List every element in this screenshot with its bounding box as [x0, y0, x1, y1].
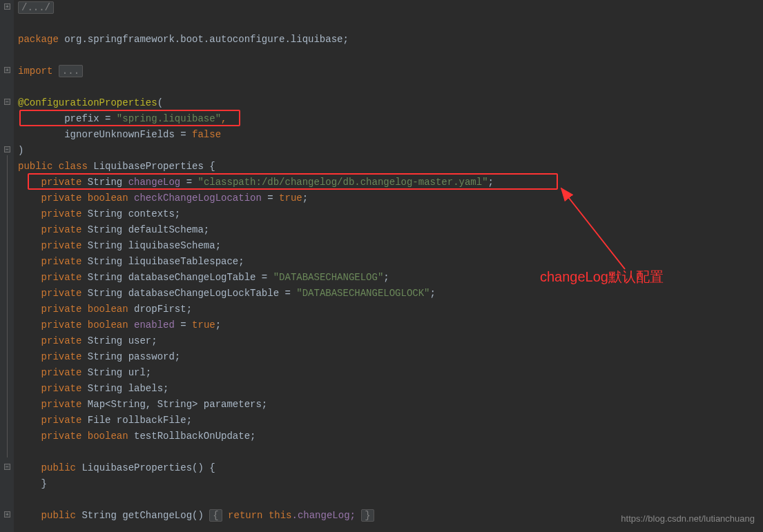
code-line: private String user;	[18, 333, 763, 349]
code-area[interactable]: /.../ package org.springframework.boot.a…	[14, 0, 763, 532]
code-line: private String liquibaseSchema;	[18, 238, 763, 254]
fold-icon[interactable]: −	[4, 464, 10, 470]
annotation-label: changeLog默认配置	[540, 269, 664, 285]
code-line: }	[18, 476, 763, 492]
code-line: private File rollbackFile;	[18, 413, 763, 428]
code-line: private boolean enabled = true;	[18, 317, 763, 333]
code-line: ignoreUnknownFields = false	[18, 127, 763, 143]
code-line: private boolean dropFirst;	[18, 302, 763, 317]
code-line: /.../	[18, 0, 763, 16]
fold-icon[interactable]: +	[4, 3, 10, 10]
fold-line	[7, 155, 8, 457]
code-line: private boolean checkChangeLogLocation =…	[18, 190, 763, 206]
code-line: private String databaseChangeLogLockTabl…	[18, 286, 763, 302]
code-line: private String labels;	[18, 381, 763, 397]
code-line: import ...	[18, 63, 763, 79]
code-line: private String changeLog = "classpath:/d…	[18, 175, 763, 190]
code-line: private boolean testRollbackOnUpdate;	[18, 428, 763, 444]
code-line: )	[18, 143, 763, 159]
code-line: public class LiquibaseProperties {	[18, 159, 763, 175]
fold-icon[interactable]: −	[4, 99, 10, 105]
code-line: private String url;	[18, 365, 763, 381]
fold-icon[interactable]: +	[4, 511, 10, 518]
code-line: package org.springframework.boot.autocon…	[18, 32, 763, 48]
code-line: @ConfigurationProperties(	[18, 95, 763, 111]
fold-icon[interactable]: +	[4, 67, 10, 73]
fold-icon[interactable]: −	[4, 146, 10, 152]
code-line: private String liquibaseTablespace;	[18, 254, 763, 270]
code-line: private String password;	[18, 349, 763, 365]
gutter: + + − − − +	[0, 0, 14, 532]
code-line: prefix = "spring.liquibase",	[18, 111, 763, 127]
watermark: https://blog.csdn.net/lutianchuang	[621, 511, 755, 526]
code-line: public LiquibaseProperties() {	[18, 460, 763, 476]
code-line: private String defaultSchema;	[18, 222, 763, 238]
code-line: private Map<String, String> parameters;	[18, 397, 763, 413]
code-line: private String contexts;	[18, 206, 763, 222]
code-editor: + + − − − + /.../ package org.springfram…	[0, 0, 763, 532]
